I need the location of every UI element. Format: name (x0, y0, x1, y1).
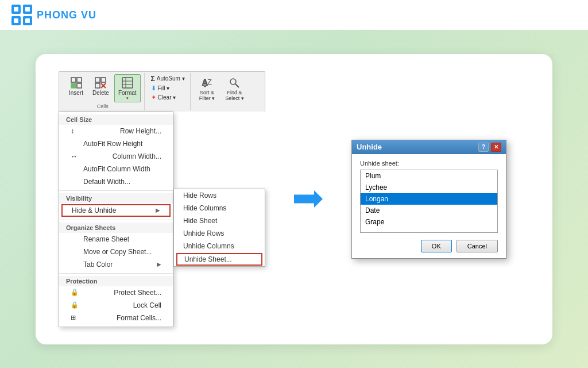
sort-icon: AZ (200, 76, 214, 90)
arrow-container (294, 190, 323, 208)
listbox-item-longan[interactable]: Longan (361, 193, 497, 205)
find-select-button[interactable]: Find &Select ▾ (221, 74, 248, 103)
dialog-close-button[interactable]: ✕ (491, 143, 501, 152)
find-icon (227, 76, 241, 90)
sort-filter-button[interactable]: AZ Sort &Filter ▾ (195, 74, 219, 103)
move-copy-text: Move or Copy Sheet... (71, 248, 152, 256)
clear-button[interactable]: ✦ Clear ▾ (149, 93, 187, 102)
content-card: Insert Delete Format (36, 54, 552, 344)
listbox-item-plum[interactable]: Plum (361, 170, 497, 182)
format-icon (121, 76, 134, 90)
format-dropdown: Cell Size ↕ Row Height... AutoFit Row He… (59, 112, 173, 327)
logo: PHONG VU (11, 5, 96, 25)
logo-text: PHONG VU (37, 9, 96, 21)
autofit-row-item[interactable]: AutoFit Row Height (59, 137, 173, 150)
unhide-sheet-item[interactable]: Unhide Sheet... (176, 253, 262, 266)
fill-button[interactable]: ⬇ Fill ▾ (149, 84, 187, 93)
tab-color-item[interactable]: Tab Color ▶ (59, 258, 173, 271)
autofit-row-text: AutoFit Row Height (71, 140, 142, 148)
unhide-rows-text: Unhide Rows (183, 229, 224, 237)
unhide-rows-item[interactable]: Unhide Rows (174, 227, 265, 240)
organize-section: Organize Sheets Rename Sheet Move or Cop… (59, 220, 173, 274)
format-button[interactable]: Format ▾ (114, 74, 141, 102)
svg-rect-10 (71, 83, 76, 88)
unhide-sheet-text: Unhide Sheet... (184, 255, 232, 263)
listbox-item-plum-text: Plum (365, 172, 381, 180)
default-width-text: Default Width... (71, 178, 130, 186)
unhide-dialog: Unhide ? ✕ Unhide sheet: Plum Lychee Lon (351, 140, 506, 259)
autosum-label: AutoSum ▾ (157, 75, 185, 82)
col-width-text: Column Width... (113, 152, 161, 160)
ribbon-toolbar: Insert Delete Format (59, 71, 265, 112)
format-label: Format (118, 90, 137, 96)
svg-rect-17 (122, 78, 133, 88)
svg-line-25 (235, 84, 239, 87)
autofit-col-text: AutoFit Column Width (71, 165, 150, 173)
listbox-item-lychee-text: Lychee (365, 183, 387, 191)
lock-cell-text: Lock Cell (133, 301, 161, 309)
header: PHONG VU (0, 0, 588, 30)
dialog-titlebar: Unhide ? ✕ (352, 140, 506, 154)
insert-button[interactable]: Insert (65, 74, 87, 102)
autofit-col-item[interactable]: AutoFit Column Width (59, 163, 173, 175)
ok-button[interactable]: OK (421, 240, 452, 252)
default-width-item[interactable]: Default Width... (59, 175, 173, 188)
insert-label: Insert (69, 90, 83, 96)
row-height-text: Row Height... (120, 127, 161, 135)
listbox-item-date[interactable]: Date (361, 205, 497, 216)
lock-cell-item[interactable]: 🔒 Lock Cell (59, 299, 173, 312)
clear-label: Clear ▾ (158, 94, 176, 101)
rename-sheet-text: Rename Sheet (71, 235, 129, 243)
protect-sheet-item[interactable]: 🔒 Protect Sheet... (59, 286, 173, 299)
tab-color-arrow: ▶ (157, 261, 161, 267)
listbox-item-lychee[interactable]: Lychee (361, 182, 497, 193)
find-label: Find &Select ▾ (225, 90, 244, 101)
clear-icon: ✦ (151, 94, 156, 101)
listbox-item-grape[interactable]: Grape (361, 216, 497, 228)
ribbon-area: Insert Delete Format (59, 71, 265, 327)
protect-sheet-icon: 🔒 (71, 289, 79, 296)
hide-sheet-item[interactable]: Hide Sheet (174, 214, 265, 227)
col-width-item[interactable]: ↔ Column Width... (59, 150, 173, 163)
rename-sheet-item[interactable]: Rename Sheet (59, 233, 173, 246)
format-cells-item[interactable]: ⊞ Format Cells... (59, 312, 173, 324)
row-height-item[interactable]: ↕ Row Height... (59, 125, 173, 137)
fill-icon: ⬇ (151, 85, 156, 92)
hide-unhide-item[interactable]: Hide & Unhide ▶ (61, 204, 171, 217)
row-height-icon: ↕ (71, 127, 74, 135)
protection-label: Protection (59, 276, 173, 286)
right-arrow (294, 190, 323, 208)
fill-label: Fill ▾ (158, 85, 170, 91)
hide-cols-text: Hide Columns (183, 204, 226, 212)
delete-button[interactable]: Delete (88, 74, 113, 102)
cancel-button[interactable]: Cancel (457, 240, 498, 252)
autosum-icon: Σ (151, 75, 155, 83)
dialog-title-buttons: ? ✕ (478, 143, 501, 152)
menus-area: Cell Size ↕ Row Height... AutoFit Row He… (59, 112, 265, 327)
logo-icon (11, 5, 32, 25)
unhide-cols-item[interactable]: Unhide Columns (174, 240, 265, 252)
editing-group: Σ AutoSum ▾ ⬇ Fill ▾ ✦ Clear ▾ (146, 73, 191, 110)
lock-cell-icon: 🔒 (71, 301, 79, 309)
hide-cols-item[interactable]: Hide Columns (174, 202, 265, 214)
svg-rect-14 (95, 83, 100, 88)
hide-rows-text: Hide Rows (183, 191, 216, 200)
svg-rect-6 (14, 18, 18, 23)
hide-unhide-submenu: Hide Rows Hide Columns Hide Sheet Unhide… (173, 189, 265, 267)
format-cells-icon: ⊞ (71, 314, 76, 321)
protection-section: Protection 🔒 Protect Sheet... 🔒 Lock Cel… (59, 274, 173, 327)
hide-rows-item[interactable]: Hide Rows (174, 189, 265, 202)
dialog-label: Unhide sheet: (360, 160, 498, 167)
move-copy-item[interactable]: Move or Copy Sheet... (59, 246, 173, 258)
tab-color-text: Tab Color (71, 260, 113, 269)
autosum-button[interactable]: Σ AutoSum ▾ (149, 74, 187, 83)
dialog-body: Unhide sheet: Plum Lychee Longan Date (352, 154, 506, 258)
sheet-listbox[interactable]: Plum Lychee Longan Date Grape (360, 170, 498, 233)
listbox-item-longan-text: Longan (365, 195, 388, 203)
sort-group: AZ Sort &Filter ▾ Find &Select ▾ (192, 73, 252, 110)
insert-icon (69, 76, 83, 90)
visibility-section: Visibility Hide & Unhide ▶ (59, 191, 173, 220)
sort-label: Sort &Filter ▾ (199, 90, 215, 101)
cells-group-label: Cells (97, 103, 109, 109)
dialog-help-button[interactable]: ? (478, 143, 489, 152)
